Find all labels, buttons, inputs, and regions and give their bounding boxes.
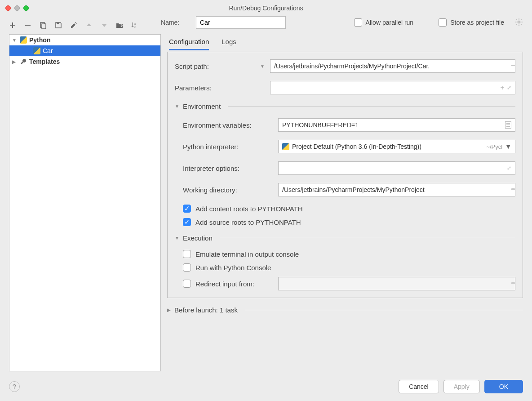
tree-label: Templates <box>29 58 60 65</box>
script-path-row: Script path: ▼ /Users/jetbrains/PycharmP… <box>175 59 515 73</box>
chevron-right-icon: ▶ <box>167 307 171 312</box>
svg-point-6 <box>518 21 520 23</box>
move-up-icon[interactable] <box>84 21 93 30</box>
store-as-project-checkbox[interactable]: Store as project file <box>439 18 504 27</box>
interpreter-row: Python interpreter: Project Default (Pyt… <box>183 140 515 153</box>
script-path-value: /Users/jetbrains/PycharmProjects/MyPytho… <box>274 62 509 70</box>
script-path-input[interactable]: /Users/jetbrains/PycharmProjects/MyPytho… <box>270 59 515 73</box>
add-content-roots-checkbox[interactable]: ✓ Add content roots to PYTHONPATH <box>183 205 515 213</box>
chevron-right-icon: ▶ <box>12 59 18 64</box>
store-as-project-label: Store as project file <box>450 19 504 26</box>
redirect-input-field <box>278 277 515 290</box>
footer: ? Cancel Apply OK <box>0 376 532 401</box>
add-source-roots-checkbox[interactable]: ✓ Add source roots to PYTHONPATH <box>183 218 515 226</box>
content: ▼ Python Car ▶ Templates Configuration L… <box>0 34 532 376</box>
interp-opts-row: Interpreter options: ⤢ <box>183 161 515 175</box>
workdir-input[interactable]: /Users/jetbrains/PycharmProjects/MyPytho… <box>278 183 515 196</box>
python-icon <box>282 143 289 150</box>
execution-section-header[interactable]: ▼ Execution <box>175 234 515 242</box>
chevron-down-icon: ▼ <box>175 236 179 241</box>
before-launch-label: Before launch: 1 task <box>174 306 238 314</box>
config-tree[interactable]: ▼ Python Car ▶ Templates <box>9 34 161 371</box>
env-vars-input[interactable]: PYTHONUNBUFFERED=1 <box>278 118 515 132</box>
minimize-window-icon <box>14 5 20 11</box>
checkbox-icon <box>354 18 362 27</box>
redirect-input-row: Redirect input from: <box>183 277 515 290</box>
tree-label: Car <box>43 47 53 54</box>
checkbox-icon <box>439 18 447 27</box>
run-debug-dialog: Run/Debug Configurations az Name: Allow … <box>0 0 532 401</box>
environment-subform: Environment variables: PYTHONUNBUFFERED=… <box>175 118 515 226</box>
checkbox-icon[interactable] <box>183 280 191 288</box>
svg-text:a: a <box>134 22 136 25</box>
parameters-row: Parameters: + ⤢ <box>175 81 515 94</box>
env-vars-row: Environment variables: PYTHONUNBUFFERED=… <box>183 118 515 132</box>
expand-icon[interactable]: ⤢ <box>507 85 511 91</box>
expand-icon[interactable]: ⤢ <box>507 165 511 171</box>
tree-item-car[interactable]: Car <box>9 45 160 56</box>
checkbox-icon <box>183 250 191 258</box>
tree-item-python[interactable]: ▼ Python <box>9 35 160 45</box>
remove-config-icon[interactable] <box>23 21 32 30</box>
add-source-roots-label: Add source roots to PYTHONPATH <box>195 218 301 226</box>
divider <box>220 238 515 238</box>
add-config-icon[interactable] <box>8 21 17 30</box>
window-title: Run/Debug Configurations <box>5 4 527 12</box>
tabs: Configuration Logs <box>167 34 523 51</box>
move-down-icon[interactable] <box>100 21 109 30</box>
copy-config-icon[interactable] <box>39 21 48 30</box>
divider <box>228 106 515 107</box>
list-icon[interactable] <box>505 121 511 129</box>
redirect-input-label: Redirect input from: <box>195 280 254 288</box>
divider <box>245 310 523 310</box>
ok-button[interactable]: OK <box>484 380 523 393</box>
tab-logs[interactable]: Logs <box>222 34 236 50</box>
interp-path-suffix: ~/Pycl <box>486 143 502 150</box>
gear-icon[interactable] <box>515 18 523 27</box>
chevron-down-icon: ▼ <box>175 104 179 109</box>
close-window-icon[interactable] <box>5 5 11 11</box>
wrench-icon <box>19 58 27 65</box>
parameters-label: Parameters: <box>175 84 212 92</box>
sort-alpha-icon[interactable]: az <box>130 21 139 30</box>
edit-defaults-icon[interactable] <box>69 21 78 30</box>
execution-subform: Emulate terminal in output console Run w… <box>175 250 515 290</box>
checkbox-checked-icon: ✓ <box>183 205 191 213</box>
svg-rect-0 <box>25 25 31 26</box>
apply-button[interactable]: Apply <box>443 380 480 393</box>
cancel-button[interactable]: Cancel <box>399 380 439 393</box>
name-label: Name: <box>161 19 188 26</box>
python-icon <box>19 36 27 44</box>
execution-label: Execution <box>183 234 213 242</box>
interp-opts-label: Interpreter options: <box>183 165 239 172</box>
folder-icon[interactable] <box>115 21 124 30</box>
script-path-label: Script path: <box>175 62 209 70</box>
parameters-input[interactable]: + ⤢ <box>270 81 515 94</box>
interp-value: Project Default (Python 3.6 (In-Depth-Te… <box>292 143 483 150</box>
environment-section-header[interactable]: ▼ Environment <box>175 102 515 110</box>
workdir-value: /Users/jetbrains/PycharmProjects/MyPytho… <box>282 186 509 193</box>
checkbox-checked-icon: ✓ <box>183 218 191 226</box>
workdir-label: Working directory: <box>183 186 237 194</box>
before-launch-header[interactable]: ▶ Before launch: 1 task <box>167 306 523 314</box>
python-icon <box>33 47 41 54</box>
tree-label: Python <box>29 36 50 44</box>
tab-configuration[interactable]: Configuration <box>169 34 209 50</box>
zoom-window-icon[interactable] <box>23 5 29 11</box>
run-py-console-checkbox[interactable]: Run with Python Console <box>183 263 515 272</box>
emulate-terminal-label: Emulate terminal in output console <box>195 250 299 258</box>
emulate-terminal-checkbox[interactable]: Emulate terminal in output console <box>183 250 515 258</box>
environment-label: Environment <box>183 102 221 110</box>
help-icon[interactable]: ? <box>9 381 20 392</box>
name-input[interactable] <box>196 16 286 29</box>
checkbox-icon <box>183 263 191 272</box>
save-config-icon[interactable] <box>54 21 63 30</box>
allow-parallel-label: Allow parallel run <box>366 19 414 26</box>
svg-rect-2 <box>42 24 46 29</box>
interpreter-dropdown[interactable]: Project Default (Python 3.6 (In-Depth-Te… <box>278 140 515 153</box>
tree-item-templates[interactable]: ▶ Templates <box>9 56 160 67</box>
chevron-down-icon[interactable]: ▼ <box>260 64 265 69</box>
allow-parallel-checkbox[interactable]: Allow parallel run <box>354 18 414 27</box>
interp-opts-input[interactable]: ⤢ <box>278 161 515 175</box>
plus-icon[interactable]: + <box>501 84 504 91</box>
